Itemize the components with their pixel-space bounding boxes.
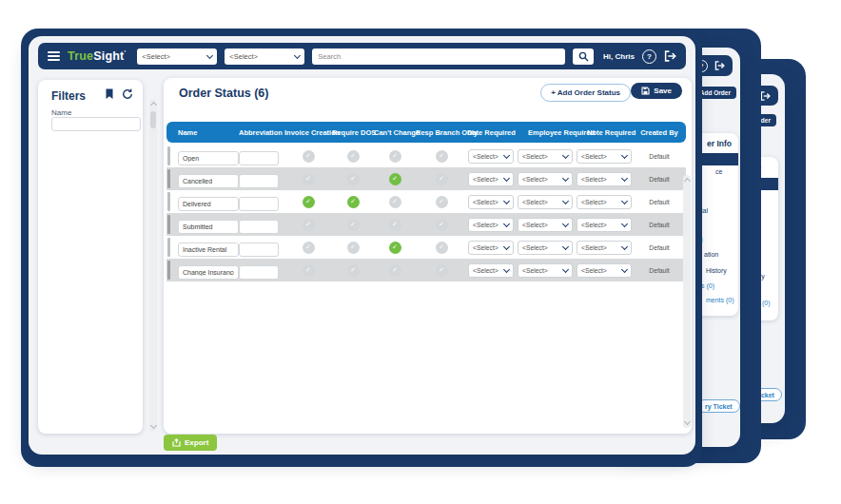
date-required-select[interactable]: <Select> [468, 218, 514, 232]
cant-change-checkbox[interactable]: ✓ [389, 219, 401, 231]
note-required-select[interactable]: <Select> [577, 263, 632, 278]
nav-item[interactable]: s (0) [701, 282, 714, 289]
status-name-input[interactable] [178, 174, 239, 188]
search-button[interactable] [573, 48, 594, 65]
nav-item[interactable]: ments (0) [706, 297, 734, 303]
note-required-select[interactable]: <Select> [577, 149, 632, 164]
resp-branch-only-checkbox[interactable]: ✓ [436, 150, 448, 163]
employee-required-select[interactable]: <Select> [518, 263, 573, 278]
employee-required-select[interactable]: <Select> [518, 218, 573, 232]
resp-branch-only-checkbox[interactable]: ✓ [436, 196, 448, 208]
date-required-select[interactable]: <Select> [468, 172, 514, 186]
chevron-down-icon [503, 197, 510, 204]
invoice-creation-checkbox[interactable]: ✓ [303, 264, 315, 277]
date-required-select[interactable]: <Select> [468, 149, 514, 164]
row-drag-handle[interactable] [167, 146, 170, 165]
require-dos-checkbox[interactable]: ✓ [347, 173, 360, 185]
require-dos-checkbox[interactable]: ✓ [347, 242, 360, 254]
refresh-icon[interactable] [122, 88, 133, 100]
abbreviation-input[interactable] [239, 242, 279, 257]
logout-icon[interactable] [664, 50, 676, 62]
row-drag-handle[interactable] [167, 192, 170, 211]
invoice-creation-checkbox[interactable]: ✓ [303, 219, 315, 231]
scrollbar-vertical[interactable] [149, 99, 157, 432]
status-name-input[interactable] [178, 151, 239, 165]
date-required-select[interactable]: <Select> [468, 241, 514, 255]
scroll-up-arrow[interactable] [684, 178, 691, 184]
cant-change-checkbox[interactable]: ✓ [389, 150, 401, 163]
row-drag-handle[interactable] [167, 238, 170, 257]
search-input[interactable] [312, 48, 565, 65]
cant-change-checkbox[interactable]: ✓ [389, 173, 401, 185]
scrollbar-vertical[interactable] [683, 175, 691, 428]
header-select-2[interactable]: <Select> [225, 48, 304, 65]
invoice-creation-checkbox[interactable]: ✓ [303, 150, 315, 163]
require-dos-checkbox[interactable]: ✓ [347, 196, 360, 208]
export-button[interactable]: Export [164, 435, 217, 451]
abbreviation-input[interactable] [239, 197, 279, 211]
cant-change-checkbox[interactable]: ✓ [389, 196, 401, 208]
invoice-creation-checkbox[interactable]: ✓ [303, 242, 315, 254]
status-name-input[interactable] [178, 220, 239, 234]
note-required-select[interactable]: <Select> [577, 172, 632, 186]
scroll-up-arrow[interactable] [150, 102, 157, 108]
help-icon[interactable]: ? [642, 49, 656, 64]
created-by-value: Default [649, 244, 670, 251]
hamburger-menu-icon[interactable] [48, 51, 60, 62]
invoice-creation-checkbox[interactable]: ✓ [303, 196, 315, 208]
row-drag-handle[interactable] [167, 215, 170, 234]
resp-branch-only-checkbox[interactable]: ✓ [436, 242, 448, 254]
status-name-input[interactable] [178, 242, 239, 257]
save-button[interactable]: Save [631, 83, 682, 99]
cant-change-checkbox[interactable]: ✓ [389, 264, 401, 277]
scroll-down-arrow[interactable] [684, 418, 691, 425]
logout-icon[interactable] [714, 61, 725, 70]
status-name-input[interactable] [178, 197, 239, 211]
chevron-down-icon [562, 220, 569, 226]
require-dos-checkbox[interactable]: ✓ [347, 264, 360, 277]
require-dos-checkbox[interactable]: ✓ [347, 150, 360, 163]
bookmark-icon[interactable] [105, 88, 114, 100]
abbreviation-input[interactable] [239, 220, 279, 234]
nav-item[interactable]: ation [704, 251, 718, 258]
resp-branch-only-checkbox[interactable]: ✓ [436, 219, 448, 231]
row-drag-handle[interactable] [167, 169, 170, 188]
chevron-down-icon [562, 174, 569, 181]
employee-required-select[interactable]: <Select> [518, 172, 573, 186]
employee-required-select[interactable]: <Select> [518, 195, 573, 209]
logout-icon[interactable] [760, 91, 771, 101]
employee-required-select[interactable]: <Select> [518, 241, 573, 255]
date-required-select[interactable]: <Select> [468, 263, 514, 278]
abbreviation-input[interactable] [239, 151, 279, 165]
scroll-down-arrow[interactable] [150, 422, 157, 429]
note-required-select[interactable]: <Select> [577, 195, 632, 209]
scroll-thumb[interactable] [150, 111, 156, 128]
check-icon: ✓ [305, 243, 311, 251]
filter-name-input[interactable] [51, 117, 141, 131]
note-required-select[interactable]: <Select> [577, 241, 632, 255]
note-required-select[interactable]: <Select> [577, 218, 632, 232]
invoice-creation-checkbox[interactable]: ✓ [303, 173, 315, 185]
cant-change-checkbox[interactable]: ✓ [389, 242, 401, 254]
abbreviation-input[interactable] [239, 174, 279, 188]
status-name-input[interactable] [178, 265, 239, 280]
header-select-1[interactable]: <Select> [137, 48, 217, 65]
date-required-select[interactable]: <Select> [468, 195, 514, 209]
delivery-ticket-button[interactable]: ry Ticket [697, 399, 740, 413]
created-by-value: Default [649, 267, 670, 274]
add-order-status-button[interactable]: + Add Order Status [540, 84, 631, 102]
app-header: TrueSight' <Select> <Select> Hi, Chris ? [38, 43, 686, 69]
nav-item[interactable]: ial [701, 207, 708, 214]
resp-branch-only-checkbox[interactable]: ✓ [436, 264, 448, 277]
abbreviation-input[interactable] [239, 265, 279, 280]
table-row: ✓ ✓ ✓ ✓ <Select> <Select> <Select> Defau… [166, 167, 686, 190]
nav-item[interactable]: History [706, 267, 727, 274]
row-drag-handle[interactable] [167, 261, 170, 280]
employee-required-select[interactable]: <Select> [518, 149, 573, 164]
resp-branch-only-checkbox[interactable]: ✓ [436, 173, 448, 185]
require-dos-checkbox[interactable]: ✓ [347, 219, 360, 231]
nav-item[interactable]: ce [715, 168, 722, 175]
check-icon: ✓ [305, 266, 311, 274]
chevron-down-icon [621, 265, 628, 272]
filters-panel: Filters Name [38, 80, 143, 434]
